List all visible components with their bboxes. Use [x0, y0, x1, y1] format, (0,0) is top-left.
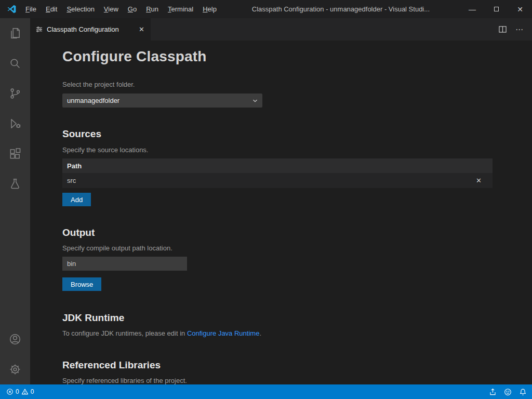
output-path-input[interactable] — [62, 257, 187, 271]
explorer-icon[interactable] — [0, 18, 30, 48]
menu-bar: File Edit Selection View Go Run Terminal… — [21, 0, 221, 18]
activity-bar — [0, 18, 30, 384]
menu-terminal[interactable]: Terminal — [163, 0, 198, 18]
window-title: Classpath Configuration - unmanagedfolde… — [221, 5, 460, 13]
sources-description: Specify the source locations. — [62, 146, 493, 154]
search-icon[interactable] — [0, 48, 30, 78]
output-description: Specify compile output path location. — [62, 244, 493, 252]
tab-label: Classpath Configuration — [47, 25, 134, 33]
classpath-configuration-view: Configure Classpath Select the project f… — [30, 41, 532, 384]
run-debug-icon[interactable] — [0, 109, 30, 139]
maximize-button[interactable] — [484, 0, 508, 18]
configure-java-runtime-link[interactable]: Configure Java Runtime — [187, 329, 259, 337]
menu-view[interactable]: View — [99, 0, 123, 18]
error-icon — [6, 388, 14, 395]
sources-table: Path src ✕ — [62, 158, 493, 188]
menu-edit[interactable]: Edit — [41, 0, 62, 18]
menu-file[interactable]: File — [21, 0, 41, 18]
warning-icon — [21, 388, 29, 395]
add-source-button[interactable]: Add — [62, 193, 91, 206]
activity-bar-top — [0, 18, 30, 199]
title-bar: File Edit Selection View Go Run Terminal… — [0, 0, 532, 18]
error-count: 0 — [16, 388, 19, 395]
bell-icon[interactable] — [519, 388, 527, 396]
close-window-button[interactable]: ✕ — [508, 0, 532, 18]
window-controls: — ✕ — [460, 0, 532, 18]
editor-tab-bar: Classpath Configuration ✕ ⋯ — [30, 18, 532, 41]
account-icon[interactable] — [0, 324, 30, 354]
classpath-tab-icon — [35, 25, 43, 33]
problems-indicator[interactable]: 0 0 — [4, 384, 36, 399]
activity-bar-bottom — [0, 324, 30, 384]
vscode-logo-icon — [7, 4, 17, 14]
remove-source-icon[interactable]: ✕ — [476, 177, 482, 184]
browse-output-button[interactable]: Browse — [62, 277, 101, 291]
jdk-text-suffix: . — [259, 329, 261, 337]
referenced-libraries-heading: Referenced Libraries — [62, 359, 493, 371]
tab-close-icon[interactable]: ✕ — [138, 25, 145, 33]
menu-selection[interactable]: Selection — [62, 0, 99, 18]
source-path: src — [67, 177, 76, 184]
jdk-runtime-heading: JDK Runtime — [62, 312, 493, 324]
share-icon[interactable] — [489, 388, 497, 396]
source-row[interactable]: src ✕ — [62, 173, 493, 188]
jdk-text: To configure JDK runtimes, please edit i… — [62, 329, 187, 337]
status-bar-left: 0 0 — [4, 384, 36, 399]
minimize-button[interactable]: — — [460, 0, 484, 18]
maximize-icon — [494, 7, 499, 11]
project-folder-select[interactable]: unmanagedfolder — [62, 94, 262, 108]
status-bar-right — [489, 388, 527, 396]
feedback-icon[interactable] — [504, 388, 512, 396]
menu-help[interactable]: Help — [198, 0, 221, 18]
split-editor-icon[interactable] — [498, 25, 507, 34]
chevron-down-icon — [251, 97, 259, 104]
page-title: Configure Classpath — [62, 48, 493, 65]
menu-go[interactable]: Go — [123, 0, 141, 18]
warning-count: 0 — [31, 388, 34, 395]
jdk-runtime-text: To configure JDK runtimes, please edit i… — [62, 329, 493, 338]
source-control-icon[interactable] — [0, 78, 30, 109]
more-actions-icon[interactable]: ⋯ — [515, 25, 524, 33]
referenced-libraries-description: Specify referenced libraries of the proj… — [62, 377, 493, 384]
project-folder-value: unmanagedfolder — [67, 97, 119, 104]
menu-run[interactable]: Run — [141, 0, 163, 18]
sources-heading: Sources — [62, 128, 493, 140]
status-bar: 0 0 — [0, 384, 532, 399]
output-heading: Output — [62, 227, 493, 239]
project-folder-label: Select the project folder. — [62, 81, 493, 89]
extensions-icon[interactable] — [0, 139, 30, 169]
tab-classpath-configuration[interactable]: Classpath Configuration ✕ — [30, 18, 151, 41]
testing-icon[interactable] — [0, 169, 30, 199]
editor-actions: ⋯ — [498, 18, 532, 41]
settings-gear-icon[interactable] — [0, 354, 30, 384]
sources-table-header: Path — [62, 158, 493, 173]
